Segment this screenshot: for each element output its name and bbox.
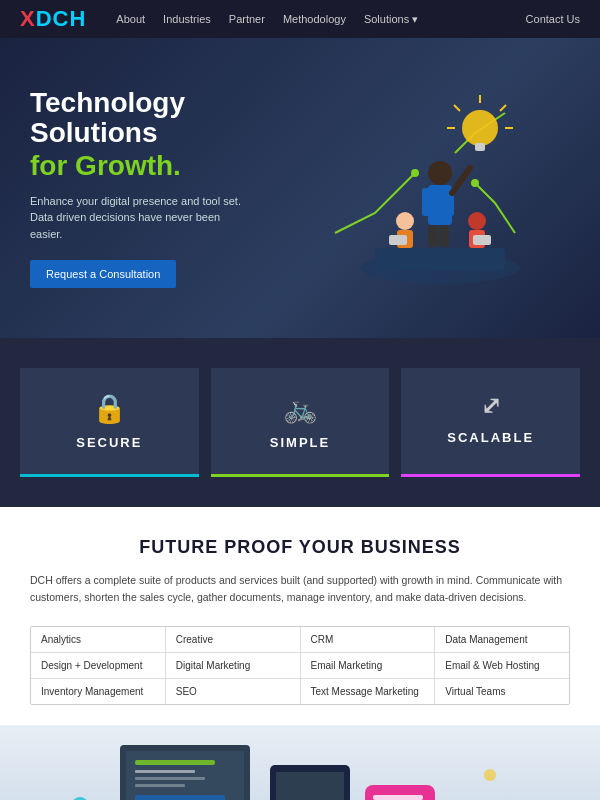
svg-point-18 <box>396 212 414 230</box>
future-description: DCH offers a complete suite of products … <box>30 572 570 606</box>
nav-links: About Industries Partner Methodology Sol… <box>116 13 525 26</box>
service-email-hosting: Email & Web Hosting <box>435 653 569 678</box>
feature-simple: 🚲 SIMPLE <box>211 368 390 477</box>
logo-dch: DCH <box>36 6 87 32</box>
nav-partner[interactable]: Partner <box>229 13 265 26</box>
services-grid: Analytics Creative CRM Data Management D… <box>30 626 570 705</box>
feature-scalable-label: SCALABLE <box>447 430 534 445</box>
hero-text: Technology Solutions for Growth. Enhance… <box>30 88 310 289</box>
svg-point-4 <box>428 161 452 185</box>
service-data-management: Data Management <box>435 627 569 652</box>
svg-rect-29 <box>135 760 215 765</box>
features-section: 🔒 SECURE 🚲 SIMPLE ⤢ SCALABLE <box>0 338 600 507</box>
svg-rect-38 <box>373 795 423 800</box>
svg-rect-31 <box>135 777 205 780</box>
service-design-dev: Design + Development <box>31 653 166 678</box>
feature-simple-label: SIMPLE <box>270 435 330 450</box>
svg-rect-9 <box>439 225 449 247</box>
service-digital-marketing: Digital Marketing <box>166 653 301 678</box>
navbar: XDCH About Industries Partner Methodolog… <box>0 0 600 38</box>
future-section: FUTURE PROOF YOUR BUSINESS DCH offers a … <box>0 507 600 725</box>
nav-methodology[interactable]: Methodology <box>283 13 346 26</box>
svg-rect-30 <box>135 770 195 773</box>
services-row-1: Analytics Creative CRM Data Management <box>31 627 569 653</box>
cta-button[interactable]: Request a Consultation <box>30 260 176 288</box>
hero-subtitle: Enhance your digital presence and tool s… <box>30 193 250 243</box>
svg-rect-12 <box>475 143 485 151</box>
service-text-marketing: Text Message Marketing <box>301 679 436 704</box>
feature-scalable: ⤢ SCALABLE <box>401 368 580 477</box>
svg-point-44 <box>484 769 496 781</box>
svg-line-15 <box>454 105 460 111</box>
expand-icon: ⤢ <box>481 392 501 420</box>
feature-secure: 🔒 SECURE <box>20 368 199 477</box>
nav-industries[interactable]: Industries <box>163 13 211 26</box>
hero-title-green: for Growth. <box>30 149 310 183</box>
hero-illustration <box>310 68 570 308</box>
lock-icon: 🔒 <box>92 392 127 425</box>
service-crm: CRM <box>301 627 436 652</box>
service-analytics: Analytics <box>31 627 166 652</box>
hero-section: Technology Solutions for Growth. Enhance… <box>0 38 600 338</box>
svg-rect-8 <box>428 225 438 247</box>
logo[interactable]: XDCH <box>20 6 86 32</box>
bottom-section <box>0 725 600 800</box>
svg-rect-23 <box>473 235 491 245</box>
bottom-illustration <box>0 725 600 800</box>
nav-solutions[interactable]: Solutions ▾ <box>364 13 418 26</box>
nav-contact[interactable]: Contact Us <box>526 13 580 25</box>
svg-point-2 <box>411 169 419 177</box>
svg-line-14 <box>500 105 506 111</box>
service-seo: SEO <box>166 679 301 704</box>
bike-icon: 🚲 <box>283 392 318 425</box>
service-creative: Creative <box>166 627 301 652</box>
service-virtual-teams: Virtual Teams <box>435 679 569 704</box>
service-email-marketing: Email Marketing <box>301 653 436 678</box>
services-row-3: Inventory Management SEO Text Message Ma… <box>31 679 569 704</box>
svg-rect-20 <box>389 235 407 245</box>
svg-rect-6 <box>422 188 432 216</box>
logo-x: X <box>20 6 36 32</box>
hero-title-white: Technology Solutions <box>30 88 310 150</box>
svg-rect-26 <box>126 751 244 800</box>
svg-rect-33 <box>135 795 225 800</box>
svg-rect-1 <box>375 248 505 270</box>
future-title: FUTURE PROOF YOUR BUSINESS <box>30 537 570 558</box>
services-row-2: Design + Development Digital Marketing E… <box>31 653 569 679</box>
svg-rect-32 <box>135 784 185 787</box>
svg-point-11 <box>462 110 498 146</box>
svg-point-21 <box>468 212 486 230</box>
svg-point-3 <box>471 179 479 187</box>
service-inventory: Inventory Management <box>31 679 166 704</box>
feature-secure-label: SECURE <box>76 435 142 450</box>
nav-about[interactable]: About <box>116 13 145 26</box>
svg-line-10 <box>452 168 470 193</box>
svg-rect-35 <box>276 772 344 800</box>
